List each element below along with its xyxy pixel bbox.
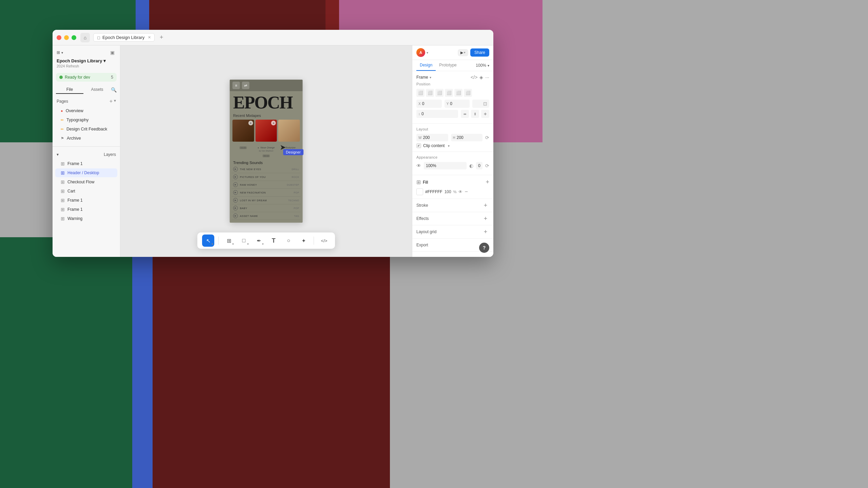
ellipse-tool-button[interactable]: ○	[282, 235, 295, 247]
frame-label-text: Frame	[416, 75, 428, 80]
tab-close-button[interactable]: ✕	[148, 35, 151, 40]
code-tool-icon: </>	[321, 238, 328, 243]
frame-menu-button[interactable]: ≡	[233, 82, 240, 89]
frame-component-icon[interactable]: ◈	[479, 75, 483, 80]
frame-label[interactable]: Frame ▾	[416, 75, 431, 80]
fill-visibility-icon[interactable]: 👁	[458, 189, 462, 194]
sidebar-layout-button[interactable]: ▣	[108, 49, 116, 56]
link-all-button[interactable]: ✛	[481, 110, 489, 118]
h-field[interactable]: H 200	[451, 134, 483, 141]
constraint-icon-field[interactable]: ⊡	[472, 100, 489, 108]
link-vert-button[interactable]: ⇕	[471, 110, 479, 118]
page-item-overview[interactable]: ● Overview	[55, 106, 117, 115]
prototype-tab[interactable]: Prototype	[436, 60, 460, 71]
sidebar: ⊞ ▾ ▣ Epoch Design Library ▾ 2024 Refres…	[53, 45, 120, 257]
active-tab[interactable]: ◻ Epoch Design Library ✕	[93, 33, 155, 42]
sidebar-header: ⊞ ▾ ▣	[53, 45, 120, 58]
l-field[interactable]: ↕ 0	[416, 110, 458, 118]
share-button[interactable]: Share	[470, 48, 489, 57]
constrain-proportions-button[interactable]: ⟳	[485, 135, 489, 140]
help-button[interactable]: ?	[479, 243, 489, 253]
ready-for-dev-badge[interactable]: Ready for dev 5	[56, 73, 117, 82]
stroke-section: Stroke +	[412, 199, 493, 212]
pen-tool-icon: ✒	[257, 238, 261, 244]
frame-action-icons: </> ◈ ···	[471, 75, 489, 80]
layer-item-frame1-3[interactable]: ⊞ Frame 1	[55, 205, 117, 214]
zoom-control[interactable]: 100% ▾	[476, 60, 489, 71]
file-tab[interactable]: File	[56, 86, 83, 94]
minimize-button[interactable]	[64, 35, 69, 40]
home-button[interactable]: ⌂	[80, 33, 90, 42]
align-center-button[interactable]: ⬜	[426, 89, 434, 97]
traffic-lights	[57, 35, 76, 40]
page-item-archive[interactable]: ⚑ Archive	[55, 134, 117, 143]
align-top-button[interactable]: ⬜	[445, 89, 453, 97]
effects-add-button[interactable]: +	[482, 215, 489, 222]
page-item-typography[interactable]: ✏ Typography	[55, 116, 117, 124]
fullscreen-button[interactable]	[72, 35, 76, 40]
canvas[interactable]: ≡ ⇌ EPOCH Recent Mixtapes + +	[120, 45, 412, 257]
play-button[interactable]: ▶ ▾	[458, 49, 468, 56]
sidebar-menu-button[interactable]: ⊞ ▾	[57, 50, 63, 55]
design-tab[interactable]: Design	[416, 60, 436, 71]
text-tool-icon: T	[272, 237, 276, 244]
assets-tab[interactable]: Assets	[83, 86, 111, 94]
frame-tool-button[interactable]: ⊞ ▾	[223, 235, 235, 247]
y-field[interactable]: Y 0	[445, 100, 470, 108]
layout-grid-add-button[interactable]: +	[482, 228, 489, 236]
search-icon[interactable]: 🔍	[111, 87, 117, 93]
archive-page-label: Archive	[67, 136, 81, 141]
layer-item-cart[interactable]: ⊞ Cart	[55, 187, 117, 196]
frame-swap-button[interactable]: ⇌	[242, 82, 250, 89]
fill-color-swatch[interactable]	[416, 188, 423, 195]
w-field[interactable]: W 200	[416, 134, 448, 141]
menu-chevron-icon: ▾	[61, 51, 63, 55]
pen-tool-button[interactable]: ✒ ▾	[253, 235, 265, 247]
layer-item-checkout[interactable]: ⊞ Checkout Flow	[55, 178, 117, 186]
stroke-add-button[interactable]: +	[482, 202, 489, 209]
project-chevron-icon: ▾	[103, 58, 106, 63]
frame-code-icon[interactable]: </>	[471, 75, 477, 80]
layer-checkout-label: Checkout Flow	[67, 180, 94, 184]
fill-grid-icon[interactable]: ⊞	[416, 179, 421, 185]
project-name[interactable]: Epoch Design Library ▾	[53, 58, 120, 64]
layer-warning-icon: ⊞	[61, 216, 65, 221]
clip-content-checkbox[interactable]: ✓	[416, 143, 421, 148]
fill-add-button[interactable]: +	[486, 179, 489, 186]
shape-tool-button[interactable]: □ ▾	[238, 235, 250, 247]
align-middle-button[interactable]: ⬜	[454, 89, 462, 97]
blend-mode-icon[interactable]: ◐	[469, 163, 473, 168]
code-tool-button[interactable]: </>	[318, 235, 330, 247]
text-tool-button[interactable]: T	[268, 235, 280, 247]
close-button[interactable]	[57, 35, 61, 40]
export-label: Export	[416, 243, 428, 247]
layer-frame1-1-label: Frame 1	[67, 161, 83, 166]
layer-item-frame1-2[interactable]: ⊞ Frame 1	[55, 196, 117, 205]
page-item-design-crit[interactable]: ✏ Design Crit Feedback	[55, 125, 117, 134]
visibility-icon[interactable]: 👁	[416, 163, 421, 168]
frame-card-red: +	[255, 120, 277, 142]
pages-chevron-icon[interactable]: ▾	[114, 99, 116, 104]
align-bottom-button[interactable]: ⬜	[464, 89, 472, 97]
align-right-button[interactable]: ⬜	[435, 89, 443, 97]
component-tool-button[interactable]: ✦	[297, 235, 310, 247]
pages-section-header[interactable]: Pages + ▾	[53, 97, 120, 106]
select-tool-button[interactable]: ↖ ▾	[202, 235, 214, 247]
frame-more-icon[interactable]: ···	[485, 75, 489, 80]
new-tab-button[interactable]: +	[157, 33, 166, 42]
fill-remove-button[interactable]: −	[465, 189, 468, 195]
layers-section-header[interactable]: ▾ Layers	[53, 150, 120, 159]
align-left-button[interactable]: ⬜	[416, 89, 425, 97]
appearance-expand-icon[interactable]: ⟳	[485, 163, 489, 168]
card-label-2: ● Neue Orange by Van Madison 05:33	[255, 144, 277, 158]
blur-field[interactable]: 0	[476, 162, 482, 169]
avatar[interactable]: A	[416, 48, 425, 57]
link-horiz-button[interactable]: ⇔	[461, 110, 469, 118]
layer-item-warning[interactable]: ⊞ Warning	[55, 214, 117, 223]
opacity-field[interactable]: 100%	[424, 162, 467, 169]
pages-add-button[interactable]: +	[110, 99, 113, 104]
layer-item-frame1-1[interactable]: ⊞ Frame 1	[55, 159, 117, 168]
ready-badge-left: Ready for dev	[59, 75, 90, 80]
layer-item-header-desktop[interactable]: ⊞ Header / Desktop	[55, 168, 117, 177]
x-field[interactable]: X 0	[416, 100, 442, 108]
